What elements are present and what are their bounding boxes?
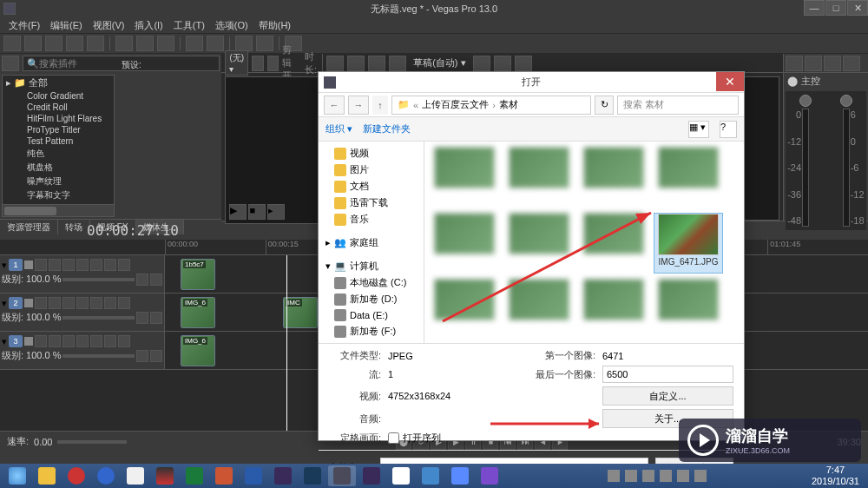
close-button[interactable]: ✕ <box>847 0 868 16</box>
taskbar-pr[interactable] <box>358 465 385 486</box>
taskbar-powerpoint[interactable] <box>210 465 238 486</box>
tray-icon[interactable] <box>608 470 620 482</box>
track-btn[interactable] <box>62 259 75 271</box>
tree-videos[interactable]: 视频 <box>319 145 424 162</box>
track-btn[interactable] <box>90 259 102 271</box>
track-btn[interactable] <box>136 274 148 286</box>
tree-root[interactable]: ▸📁全部 <box>3 76 114 90</box>
track-expand[interactable]: ▾ <box>2 260 7 271</box>
track-icon[interactable] <box>24 337 33 346</box>
track-icon[interactable] <box>24 260 33 269</box>
tab-transitions[interactable]: 转场 <box>58 220 90 234</box>
tree-documents[interactable]: 文档 <box>319 178 424 195</box>
menu-insert[interactable]: 插入(I) <box>129 17 168 33</box>
tree-homegroup[interactable]: ▸👥家庭组 <box>319 234 424 251</box>
taskbar-app16[interactable] <box>446 465 474 486</box>
track-btn[interactable] <box>35 259 47 271</box>
file-thumb[interactable] <box>504 147 574 208</box>
last-input[interactable] <box>602 366 733 383</box>
explorer-back[interactable] <box>2 56 19 71</box>
track-btn[interactable] <box>35 335 47 347</box>
track-btn[interactable] <box>118 297 130 309</box>
track-expand[interactable]: ▾ <box>2 298 7 309</box>
nav-up-button[interactable]: ↑ <box>372 96 388 115</box>
mixer-btn4[interactable] <box>843 56 860 71</box>
track-btn[interactable] <box>150 274 162 286</box>
tray-icon[interactable] <box>625 470 637 482</box>
preview-btn2[interactable] <box>267 56 279 71</box>
file-thumb[interactable] <box>430 147 499 208</box>
file-thumb[interactable] <box>579 213 648 274</box>
mixer-btn1[interactable] <box>786 56 803 71</box>
tree-pictures[interactable]: 图片 <box>319 162 424 178</box>
nav-back-button[interactable]: ← <box>324 96 345 115</box>
track-btn[interactable] <box>76 297 89 309</box>
track-btn[interactable] <box>49 297 61 309</box>
tree-thunder[interactable]: 迅雷下载 <box>319 195 424 211</box>
toolbar-save[interactable] <box>45 36 62 51</box>
track-btn[interactable] <box>90 297 102 309</box>
nav-refresh-button[interactable]: ↻ <box>595 96 614 115</box>
track-btn[interactable] <box>76 259 89 271</box>
toolbar-ripple[interactable] <box>256 36 273 51</box>
file-thumb[interactable] <box>430 279 499 340</box>
clip[interactable]: IMG_6 <box>181 335 215 366</box>
tab-explorer[interactable]: 资源管理器 <box>0 220 58 234</box>
toolbar-redo[interactable] <box>207 36 224 51</box>
tree-item[interactable]: Credit Roll <box>3 102 114 113</box>
track-btn[interactable] <box>62 297 75 309</box>
track-slider[interactable] <box>62 316 135 320</box>
preview-stop[interactable]: ■ <box>248 204 266 220</box>
fader-track[interactable]: 60-6-12-18 <box>843 109 850 227</box>
toolbar-snap[interactable] <box>235 36 253 51</box>
tree-item[interactable]: 噪声纹理 <box>3 175 114 188</box>
taskbar-app14[interactable] <box>387 465 415 486</box>
track-btn[interactable] <box>49 335 61 347</box>
tray-icon[interactable] <box>660 470 672 482</box>
toolbar-new[interactable] <box>3 36 21 51</box>
taskbar-explorer[interactable] <box>33 465 61 486</box>
minimize-button[interactable]: — <box>804 0 825 16</box>
taskbar-app17[interactable] <box>476 465 503 486</box>
track-icon[interactable] <box>24 299 33 307</box>
track-btn[interactable] <box>118 335 130 347</box>
tree-drive-f[interactable]: 新加卷 (F:) <box>319 323 424 340</box>
clip[interactable]: 1b5c7 <box>181 259 215 290</box>
clip[interactable]: IMG_6 <box>181 297 215 328</box>
track-btn[interactable] <box>104 259 116 271</box>
track-btn[interactable] <box>49 259 61 271</box>
file-thumb[interactable] <box>504 213 574 274</box>
taskbar-notes[interactable] <box>122 465 149 486</box>
track-btn[interactable] <box>118 259 130 271</box>
tray-icon[interactable] <box>677 470 689 482</box>
maximize-button[interactable]: □ <box>825 0 846 16</box>
preview-btn1[interactable] <box>252 56 264 71</box>
toolbar-undo[interactable] <box>186 36 203 51</box>
toolbar-cut[interactable] <box>115 36 133 51</box>
organize-dropdown[interactable]: 组织 ▾ <box>326 122 352 135</box>
tree-drive-c[interactable]: 本地磁盘 (C:) <box>319 274 424 291</box>
dialog-close-button[interactable]: ✕ <box>716 72 744 91</box>
tree-scrollbar[interactable] <box>3 204 114 216</box>
tree-item[interactable]: Color Gradient <box>3 90 114 102</box>
track-btn[interactable] <box>104 335 116 347</box>
tray-icon[interactable] <box>642 470 654 482</box>
toolbar-render[interactable] <box>66 36 83 51</box>
toolbar-copy[interactable] <box>136 36 154 51</box>
tree-item[interactable]: 字幕和文字 <box>3 188 114 202</box>
tree-item[interactable]: ProType Titler <box>3 124 114 135</box>
monitor-btn2[interactable] <box>347 56 365 71</box>
file-thumb[interactable] <box>654 279 723 340</box>
file-thumb-selected[interactable]: IMG_6471.JPG <box>654 213 723 274</box>
monitor-btn1[interactable] <box>326 56 344 71</box>
menu-file[interactable]: 文件(F) <box>3 17 45 33</box>
menu-edit[interactable]: 编辑(E) <box>45 17 88 33</box>
tray-icon[interactable] <box>694 470 707 482</box>
track-btn[interactable] <box>150 312 162 324</box>
tree-item[interactable]: HitFilm Light Flares <box>3 113 114 124</box>
tree-item[interactable]: 纯色 <box>3 147 114 161</box>
help-button[interactable]: ? <box>720 121 737 138</box>
track-btn[interactable] <box>150 350 162 362</box>
taskbar-netease[interactable] <box>62 465 90 486</box>
monitor-btn6[interactable] <box>494 56 511 71</box>
